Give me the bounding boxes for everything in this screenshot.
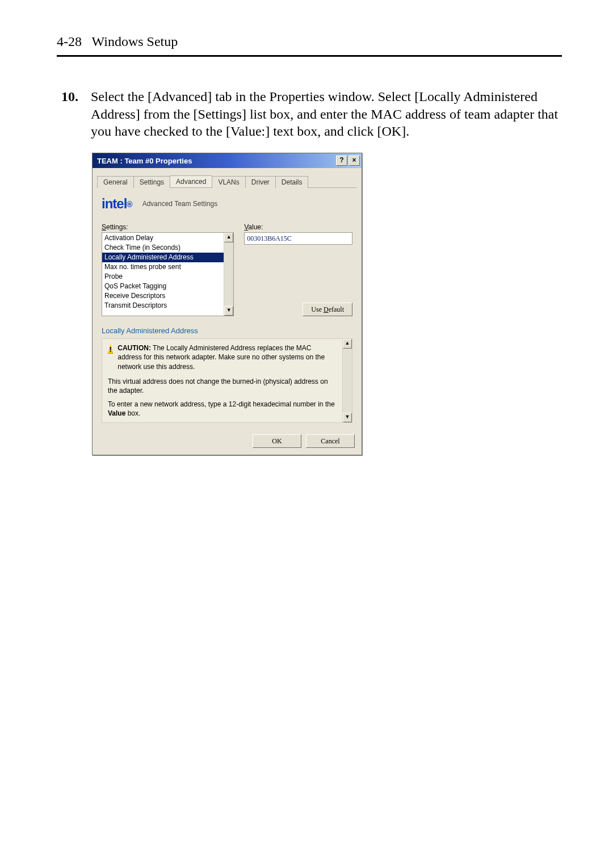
description-paragraph: This virtual address does not change the… <box>108 377 337 395</box>
list-item[interactable]: Transmit Descriptors <box>102 301 224 311</box>
tab-settings[interactable]: Settings <box>133 176 170 188</box>
list-item[interactable]: Check Time (in Seconds) <box>102 243 224 253</box>
caution-text: CAUTION: The Locally Administered Addres… <box>117 343 337 371</box>
cancel-button[interactable]: Cancel <box>306 434 355 448</box>
description-box: CAUTION: The Locally Administered Addres… <box>102 338 352 423</box>
use-default-button[interactable]: Use Default <box>303 303 352 316</box>
description-scrollbar[interactable]: ▲ ▼ <box>343 338 352 423</box>
tab-advanced[interactable]: Advanced <box>170 175 212 187</box>
section-title: Windows Setup <box>92 34 178 49</box>
list-item[interactable]: Probe <box>102 272 224 282</box>
settings-listbox[interactable]: Activation Delay Check Time (in Seconds)… <box>102 232 234 316</box>
value-input[interactable] <box>244 232 352 245</box>
list-item[interactable]: Receive Descriptors <box>102 291 224 301</box>
tab-general[interactable]: General <box>97 176 134 188</box>
dialog-button-row: OK Cancel <box>93 429 362 455</box>
tab-strip: General Settings Advanced VLANs Driver D… <box>97 174 357 187</box>
intel-logo: intel® <box>102 196 132 212</box>
ok-button[interactable]: OK <box>253 434 301 448</box>
running-header: 4-28 Windows Setup <box>57 34 562 49</box>
tab-vlans[interactable]: VLANs <box>212 176 245 188</box>
scroll-up-icon[interactable]: ▲ <box>343 339 352 349</box>
instruction-step: 10. Select the [Advanced] tab in the Pro… <box>57 88 562 140</box>
list-item[interactable]: Max no. times probe sent <box>102 262 224 272</box>
list-item[interactable]: Activation Delay <box>102 233 224 243</box>
tab-driver[interactable]: Driver <box>245 176 276 188</box>
help-button[interactable]: ? <box>336 156 347 166</box>
header-rule <box>57 55 562 57</box>
selected-setting-name: Locally Administered Address <box>102 326 352 335</box>
panel-subtitle: Advanced Team Settings <box>142 200 218 208</box>
step-text: Select the [Advanced] tab in the Propert… <box>91 88 562 140</box>
list-item[interactable]: QoS Packet Tagging <box>102 282 224 291</box>
properties-dialog: TEAM : Team #0 Properties ? × General Se… <box>92 153 362 455</box>
list-item-selected[interactable]: Locally Administered Address <box>102 253 224 262</box>
tab-details[interactable]: Details <box>275 176 309 188</box>
step-number: 10. <box>57 88 78 104</box>
list-scrollbar[interactable]: ▲ ▼ <box>224 233 233 316</box>
tab-content-advanced: intel® Advanced Team Settings Settings: … <box>93 188 362 429</box>
page-number: 4-28 <box>57 34 82 49</box>
scroll-down-icon[interactable]: ▼ <box>224 306 233 316</box>
settings-label: Settings: <box>102 223 234 231</box>
warning-icon <box>108 343 113 354</box>
titlebar: TEAM : Team #0 Properties ? × <box>93 153 362 168</box>
description-paragraph: To enter a new network address, type a 1… <box>108 400 337 418</box>
dialog-title: TEAM : Team #0 Properties <box>97 157 192 165</box>
close-button[interactable]: × <box>349 156 360 166</box>
scroll-down-icon[interactable]: ▼ <box>343 413 352 422</box>
scroll-up-icon[interactable]: ▲ <box>224 233 233 242</box>
value-label: Value: <box>244 223 352 231</box>
